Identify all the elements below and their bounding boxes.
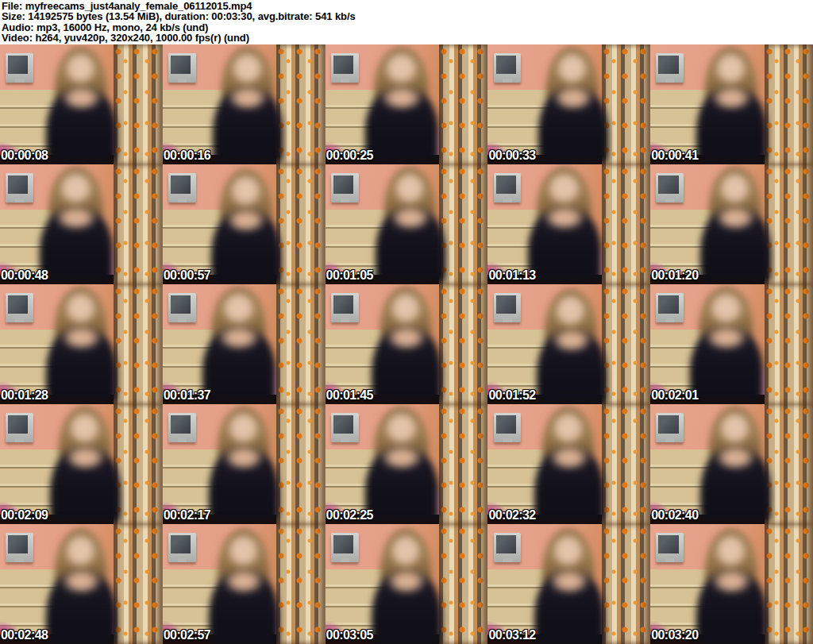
monitor-shape bbox=[331, 293, 359, 323]
curtain-shape bbox=[602, 524, 650, 644]
webcam-scene-image bbox=[326, 404, 488, 524]
video-frame-thumbnail: 00:00:16 bbox=[163, 44, 326, 164]
person-silhouette bbox=[42, 47, 120, 164]
monitor-shape bbox=[6, 53, 33, 83]
video-frame-thumbnail: 00:02:17 bbox=[163, 404, 326, 524]
webcam-scene-image bbox=[650, 284, 813, 404]
curtain-shape bbox=[765, 44, 813, 164]
person-silhouette bbox=[42, 287, 120, 404]
webcam-scene-image bbox=[650, 164, 813, 284]
person-silhouette bbox=[523, 167, 605, 284]
monitor-shape bbox=[168, 413, 196, 443]
monitor-shape bbox=[168, 293, 196, 323]
webcam-scene-image bbox=[650, 524, 813, 644]
video-frame-thumbnail: 00:02:01 bbox=[650, 284, 813, 404]
person-silhouette bbox=[696, 407, 774, 524]
webcam-scene-image bbox=[487, 524, 650, 644]
monitor-shape bbox=[168, 53, 196, 83]
webcam-scene-image bbox=[163, 164, 326, 284]
video-frame-thumbnail: 00:01:37 bbox=[163, 284, 326, 404]
video-frame-thumbnail: 00:00:33 bbox=[487, 44, 650, 164]
video-info-line: Video: h264, yuv420p, 320x240, 1000.00 f… bbox=[2, 33, 813, 43]
video-frame-thumbnail: 00:00:57 bbox=[163, 164, 326, 284]
person-silhouette bbox=[360, 47, 442, 164]
person-silhouette bbox=[368, 287, 445, 404]
timestamp-overlay: 00:00:57 bbox=[164, 269, 210, 282]
person-silhouette bbox=[207, 169, 285, 284]
video-contact-sheet: File: myfreecams_just4analy_female_06112… bbox=[0, 0, 813, 644]
person-silhouette bbox=[205, 529, 283, 644]
person-silhouette bbox=[696, 167, 774, 284]
curtain-shape bbox=[439, 404, 487, 524]
file-info-line: File: myfreecams_just4analy_female_06112… bbox=[2, 1, 813, 11]
video-frame-thumbnail: 00:00:08 bbox=[0, 44, 163, 164]
timestamp-overlay: 00:02:01 bbox=[651, 389, 698, 402]
person-silhouette bbox=[42, 529, 120, 644]
webcam-scene-image bbox=[487, 164, 650, 284]
person-silhouette bbox=[530, 407, 608, 524]
person-silhouette bbox=[368, 529, 445, 644]
file-metadata-header: File: myfreecams_just4analy_female_06112… bbox=[0, 0, 813, 44]
webcam-scene-image bbox=[487, 404, 650, 524]
person-silhouette bbox=[360, 407, 442, 524]
webcam-scene-image bbox=[0, 44, 163, 164]
monitor-shape bbox=[494, 413, 522, 443]
video-frame-thumbnail: 00:02:32 bbox=[487, 404, 650, 524]
timestamp-overlay: 00:02:40 bbox=[651, 509, 698, 522]
monitor-shape bbox=[656, 533, 684, 563]
timestamp-overlay: 00:01:13 bbox=[488, 269, 535, 282]
timestamp-overlay: 00:01:37 bbox=[164, 389, 210, 402]
video-frame-thumbnail: 00:02:48 bbox=[0, 524, 163, 644]
curtain-shape bbox=[114, 164, 162, 284]
person-silhouette bbox=[530, 529, 608, 644]
webcam-scene-image bbox=[0, 284, 163, 404]
curtain-shape bbox=[765, 524, 813, 644]
video-frame-thumbnail: 00:02:09 bbox=[0, 404, 163, 524]
timestamp-overlay: 00:02:17 bbox=[164, 509, 210, 522]
video-frame-thumbnail: 00:02:40 bbox=[650, 404, 813, 524]
webcam-scene-image bbox=[650, 404, 813, 524]
curtain-shape bbox=[439, 44, 487, 164]
monitor-shape bbox=[168, 173, 196, 203]
timestamp-overlay: 00:02:57 bbox=[164, 629, 210, 642]
timestamp-overlay: 00:00:25 bbox=[326, 149, 373, 162]
monitor-shape bbox=[168, 533, 196, 563]
webcam-scene-image bbox=[0, 164, 163, 284]
webcam-scene-image bbox=[326, 524, 488, 644]
webcam-scene-image bbox=[650, 44, 813, 164]
timestamp-overlay: 00:03:12 bbox=[488, 629, 535, 642]
timestamp-overlay: 00:00:48 bbox=[1, 269, 48, 282]
webcam-scene-image bbox=[163, 404, 326, 524]
person-silhouette bbox=[209, 47, 287, 164]
video-frame-thumbnail: 00:00:41 bbox=[650, 44, 813, 164]
video-frame-thumbnail: 00:03:12 bbox=[487, 524, 650, 644]
timestamp-overlay: 00:02:25 bbox=[326, 509, 373, 522]
timestamp-overlay: 00:02:48 bbox=[1, 629, 48, 642]
monitor-shape bbox=[6, 173, 33, 203]
video-frame-thumbnail: 00:01:20 bbox=[650, 164, 813, 284]
monitor-shape bbox=[331, 53, 359, 83]
curtain-shape bbox=[439, 524, 487, 644]
curtain-shape bbox=[114, 284, 162, 404]
video-frame-thumbnail: 00:01:52 bbox=[487, 284, 650, 404]
monitor-shape bbox=[6, 533, 33, 563]
monitor-shape bbox=[494, 293, 522, 323]
person-silhouette bbox=[46, 407, 124, 524]
size-info-line: Size: 14192575 bytes (13.54 MiB), durati… bbox=[2, 11, 813, 21]
monitor-shape bbox=[331, 173, 359, 203]
webcam-scene-image bbox=[326, 44, 488, 164]
webcam-scene-image bbox=[487, 44, 650, 164]
thumbnail-grid: 00:00:08 00:00:16 00:00:25 00:00:33 00:0… bbox=[0, 44, 813, 644]
monitor-shape bbox=[6, 293, 33, 323]
curtain-shape bbox=[114, 524, 162, 644]
webcam-scene-image bbox=[487, 284, 650, 404]
monitor-shape bbox=[494, 53, 522, 83]
curtain-shape bbox=[114, 44, 162, 164]
timestamp-overlay: 00:00:08 bbox=[1, 149, 48, 162]
webcam-scene-image bbox=[163, 524, 326, 644]
person-silhouette bbox=[533, 289, 611, 404]
timestamp-overlay: 00:03:05 bbox=[326, 629, 373, 642]
person-silhouette bbox=[198, 287, 280, 404]
curtain-shape bbox=[765, 284, 813, 404]
video-frame-thumbnail: 00:03:20 bbox=[650, 524, 813, 644]
